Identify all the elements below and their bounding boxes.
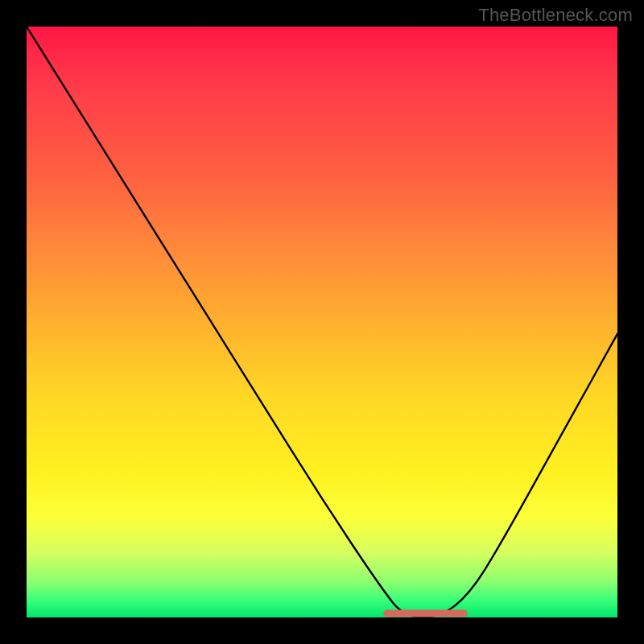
curve-path (27, 27, 617, 617)
bottleneck-curve (27, 27, 617, 617)
watermark-text: TheBottleneck.com (478, 5, 633, 26)
chart-container: TheBottleneck.com (0, 0, 644, 644)
chart-plot-area (27, 27, 617, 617)
